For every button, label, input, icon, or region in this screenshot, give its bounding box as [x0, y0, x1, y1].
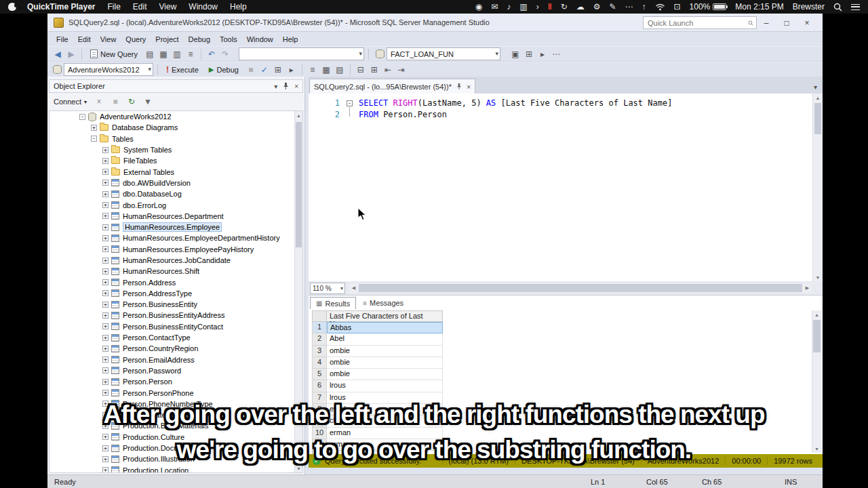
ssms-menu-view[interactable]: View — [96, 33, 121, 45]
tree-item[interactable]: +Person.PhoneNumberType — [50, 399, 302, 409]
display-mirroring-icon[interactable]: ▥ — [519, 3, 527, 11]
tree-item[interactable]: +Person.Person — [50, 376, 302, 387]
expand-icon[interactable]: + — [102, 290, 108, 296]
close-button[interactable]: × — [797, 14, 817, 32]
ssms-titlebar[interactable]: SQLQuery2.sql - (local).AdventureWorks20… — [47, 14, 823, 32]
minimize-button[interactable]: – — [756, 14, 776, 32]
scroll-left-icon[interactable]: ◀ — [349, 283, 358, 293]
expand-icon[interactable]: + — [102, 235, 108, 241]
expand-icon[interactable]: + — [102, 279, 108, 285]
panel-menu-chevron-icon[interactable]: ▾ — [274, 83, 277, 90]
connect-button[interactable]: Connect ▾ — [52, 96, 89, 107]
grid-cell[interactable]: chong — [327, 415, 443, 427]
tree-item[interactable]: +HumanResources.EmployeeDepartmentHistor… — [50, 232, 302, 243]
tree-item[interactable]: +HumanResources.Department — [50, 211, 302, 222]
query-options-icon[interactable]: ▸ — [285, 64, 298, 76]
pin-icon[interactable] — [283, 83, 289, 89]
expand-icon[interactable]: + — [102, 158, 108, 164]
save-all-icon[interactable]: ▥ — [171, 48, 183, 60]
expand-icon[interactable]: + — [102, 456, 108, 462]
ssms-menu-query[interactable]: Query — [121, 33, 151, 45]
ssms-menu-help[interactable]: Help — [278, 33, 303, 45]
database-combo[interactable]: AdventureWorks2012 ▾ — [64, 63, 153, 76]
tree-item[interactable]: +Person.EmailAddress — [50, 354, 302, 365]
expand-icon[interactable]: + — [102, 335, 108, 341]
uncomment-icon[interactable]: ⊞ — [368, 64, 380, 76]
battery-indicator[interactable]: 100% — [690, 2, 727, 12]
tree-item[interactable]: +HumanResources.Employee — [50, 222, 302, 232]
object-explorer-header[interactable]: Object Explorer ▾ × — [49, 79, 303, 93]
expand-icon[interactable]: + — [102, 346, 108, 352]
undo-icon[interactable]: ↶ — [205, 48, 218, 60]
pencil-icon[interactable]: ✎ — [609, 3, 616, 11]
comment-icon[interactable]: ⊟ — [355, 64, 367, 76]
row-number-cell[interactable]: 11 — [312, 439, 327, 451]
expand-icon[interactable]: + — [102, 191, 108, 197]
tree-item[interactable]: +Person.BusinessEntityContact — [50, 321, 302, 332]
toolbar-options-icon[interactable]: ⋯ — [550, 48, 562, 60]
row-number-cell[interactable]: 2 — [312, 333, 327, 345]
sync-icon[interactable]: ↻ — [561, 3, 568, 11]
macos-app-name[interactable]: QuickTime Player — [27, 2, 96, 12]
scrollbar-thumb[interactable] — [813, 320, 821, 352]
scroll-up-icon[interactable]: ▲ — [813, 94, 823, 102]
grid-cell[interactable]: erman — [327, 428, 443, 439]
redo-icon[interactable]: ↷ — [219, 48, 231, 60]
row-number-cell[interactable]: 6 — [312, 380, 327, 392]
scrollbar-thumb[interactable] — [296, 122, 302, 247]
grid-cell[interactable]: evedo — [327, 404, 443, 415]
expand-icon[interactable]: + — [102, 224, 108, 230]
grid-cell[interactable]: erman — [327, 439, 443, 451]
refresh-icon[interactable]: ↻ — [125, 96, 138, 108]
row-number-cell[interactable]: 8 — [312, 404, 327, 415]
grid-cell[interactable]: ombie — [327, 346, 443, 357]
expand-icon[interactable]: + — [102, 401, 108, 407]
maximize-button[interactable]: □ — [776, 14, 797, 32]
menubar-user[interactable]: Brewster — [793, 2, 825, 12]
zoom-select[interactable]: 110 % ▾ — [310, 283, 345, 294]
macos-menu-help[interactable]: Help — [230, 2, 247, 12]
code-line[interactable]: FROM Person.Person — [359, 109, 672, 121]
document-tab[interactable]: SQLQuery2.sql - (lo...95A\Brewster (54))… — [309, 79, 475, 94]
parse-icon[interactable]: ✓ — [258, 64, 271, 76]
wifi-icon[interactable] — [655, 3, 665, 11]
tab-list-chevron-icon[interactable]: ▾ — [814, 83, 817, 91]
macos-menu-view[interactable]: View — [159, 2, 177, 12]
recording-pause-icon[interactable]: ‖ — [548, 3, 552, 11]
expand-icon[interactable]: + — [102, 213, 108, 219]
more-dots-icon[interactable]: ⋯ — [625, 3, 633, 11]
new-query-button[interactable]: New Query — [86, 48, 142, 60]
tree-item[interactable]: +dbo.ErrorLog — [50, 199, 302, 210]
expand-icon[interactable]: + — [102, 180, 108, 186]
results-to-grid-icon[interactable]: ▦ — [320, 64, 332, 76]
macos-menu-file[interactable]: File — [108, 2, 121, 12]
tree-item[interactable]: +HumanResources.JobCandidate — [50, 255, 302, 266]
code-lines[interactable]: SELECT RIGHT(LastName, 5) AS [Last Five … — [359, 98, 672, 121]
row-number-cell[interactable]: 9 — [312, 415, 327, 427]
tree-item[interactable]: +HumanResources.EmployeePayHistory — [50, 244, 302, 255]
grid-cell[interactable]: Abel — [327, 333, 443, 345]
tree-item[interactable]: +Production.Location — [50, 465, 302, 474]
tree-item[interactable]: +Database Diagrams — [50, 122, 302, 133]
cloud-icon[interactable]: ☁ — [576, 3, 585, 11]
fact-loan-fun-combo[interactable]: FACT_LOAN_FUN ▾ — [387, 47, 500, 60]
grid-cell[interactable]: Abbas — [327, 322, 443, 333]
expand-icon[interactable]: + — [102, 323, 108, 329]
tree-item[interactable]: +Person.Address — [50, 277, 302, 287]
scroll-down-icon[interactable]: ▼ — [295, 464, 302, 472]
tree-item[interactable]: +Person.Password — [50, 365, 302, 376]
grid-corner-cell[interactable] — [312, 310, 327, 322]
disconnect-icon[interactable]: × — [93, 96, 105, 108]
row-number-cell[interactable]: 4 — [312, 357, 327, 369]
airdrop-upload-icon[interactable]: ↑ — [642, 3, 646, 11]
tree-item[interactable]: +Person.ContactType — [50, 332, 302, 343]
messages-icon[interactable]: ✉ — [491, 3, 498, 11]
expand-icon[interactable]: + — [102, 445, 108, 451]
tab-pin-icon[interactable] — [456, 83, 462, 89]
open-file-icon[interactable]: ▤ — [144, 48, 156, 60]
expand-icon[interactable]: + — [102, 467, 108, 473]
tree-item[interactable]: +Person.BusinessEntityAddress — [50, 310, 302, 321]
results-to-file-icon[interactable]: ▤ — [334, 64, 346, 76]
scrollbar-thumb[interactable] — [814, 103, 821, 134]
scroll-up-icon[interactable]: ▲ — [812, 310, 821, 319]
